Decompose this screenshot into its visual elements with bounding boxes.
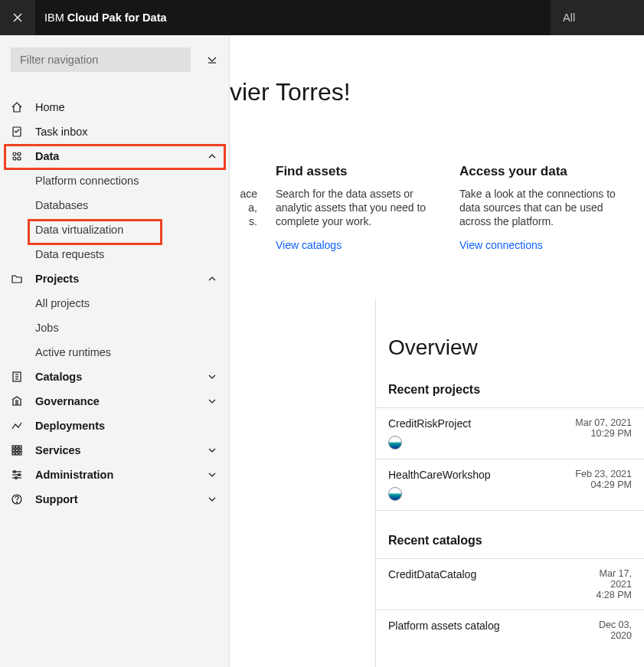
nav-governance-label: Governance [35,395,206,407]
project-date: Mar 07, 2021 [575,417,632,428]
top-bar: IBM Cloud Pak for Data All [0,0,644,35]
chevron-down-icon [206,444,218,456]
catalog-date: Mar 17,2021 [596,568,632,590]
nav-projects[interactable]: Projects [0,266,229,291]
project-name: HealthCareWorkshop [388,469,491,481]
project-time: 10:29 PM [575,428,632,439]
project-date: Feb 23, 2021 [575,469,632,479]
nav-deployments[interactable]: Deployments [0,414,229,438]
project-row[interactable]: HealthCareWorkshop Feb 23, 2021 04:29 PM [376,459,644,511]
svg-rect-10 [12,446,15,448]
card-work-clipped: ace a, s. [230,164,276,252]
svg-point-4 [13,157,16,160]
nav-task-inbox[interactable]: Task inbox [0,119,229,144]
nav-active-runtimes[interactable]: Active runtimes [0,340,229,365]
catalog-name: CreditDataCatalog [388,568,476,580]
nav-data-virtualization[interactable]: Data virtualization [0,217,229,242]
card-find-assets: Find assets Search for the data assets o… [276,164,459,252]
svg-point-3 [18,152,21,155]
catalog-time: 4:28 PM [596,590,632,600]
card-work-title [230,164,257,179]
nav-data[interactable]: Data [0,144,229,168]
governance-icon [11,395,35,407]
chevron-down-icon [206,395,218,407]
page-greeting: vier Torres! [230,78,351,106]
catalog-name: Platform assets catalog [388,620,500,632]
quick-start-cards: ace a, s. Find assets Search for the dat… [230,164,644,252]
nav-support[interactable]: Support [0,487,229,512]
close-icon [11,11,24,24]
brand-prefix: IBM [44,11,67,24]
deployments-icon [11,420,35,432]
catalog-date: Dec 03,2020 [599,620,632,641]
svg-rect-11 [16,446,18,448]
svg-rect-16 [12,453,15,455]
data-icon [11,150,35,162]
nav-projects-label: Projects [35,273,206,285]
view-catalogs-link[interactable]: View catalogs [276,239,342,251]
card-access-title: Access your data [459,164,625,179]
nav-jobs[interactable]: Jobs [0,316,229,340]
chevron-down-icon [206,469,218,481]
card-access-desc: Take a look at the connections to data s… [459,187,625,229]
nav-governance[interactable]: Governance [0,389,229,414]
chevron-down-icon [206,493,218,505]
nav-task-inbox-label: Task inbox [35,126,218,138]
nav-all-projects[interactable]: All projects [0,291,229,316]
sidebar: Home Task inbox Data Platform connection… [0,35,230,667]
svg-point-5 [18,157,21,160]
overview-title: Overview [376,299,644,360]
nav-administration[interactable]: Administration [0,463,229,487]
nav-home-label: Home [35,101,218,113]
filter-navigation-input[interactable] [11,47,191,72]
chevron-up-icon [206,150,218,162]
view-connections-link[interactable]: View connections [459,239,543,251]
nav-home[interactable]: Home [0,95,229,119]
catalog-row[interactable]: CreditDataCatalog Mar 17,2021 4:28 PM [376,559,644,610]
project-name: CreditRiskProject [388,417,471,430]
recent-catalogs-header: Recent catalogs [376,511,644,559]
svg-rect-17 [16,453,18,455]
services-icon [11,444,35,456]
nav-services-label: Services [35,444,206,456]
nav-data-requests[interactable]: Data requests [0,242,229,266]
svg-rect-14 [16,450,18,452]
nav-catalogs[interactable]: Catalogs [0,365,229,389]
nav-support-label: Support [35,493,206,505]
card-access-data: Access your data Take a look at the conn… [459,164,643,252]
card-find-desc: Search for the data assets or analytic a… [276,187,441,229]
nav-services[interactable]: Services [0,438,229,463]
catalog-row[interactable]: Platform assets catalog Dec 03,2020 [376,610,644,650]
chevron-down-icon [206,371,218,383]
chevron-up-icon [206,273,218,285]
projects-icon [11,273,35,285]
avatar-icon [388,436,402,450]
svg-rect-15 [19,450,21,452]
brand-product: Cloud Pak for Data [67,11,167,24]
search-scope-all[interactable]: All [551,0,644,35]
nav-administration-label: Administration [35,469,206,481]
support-icon [11,493,35,505]
administration-icon [11,469,35,481]
project-time: 04:29 PM [575,479,632,490]
nav-platform-connections[interactable]: Platform connections [0,168,229,193]
filter-row [0,35,229,84]
recent-projects-header: Recent projects [376,360,644,408]
avatar-icon [388,487,402,501]
svg-rect-12 [19,446,21,448]
nav-deployments-label: Deployments [35,420,218,432]
home-icon [11,101,35,113]
svg-point-2 [13,152,16,155]
nav: Home Task inbox Data Platform connection… [0,95,229,512]
svg-rect-13 [12,450,15,452]
collapse-all-icon[interactable] [206,54,218,66]
close-sidebar-button[interactable] [0,0,35,35]
nav-data-label: Data [35,150,206,162]
card-find-title: Find assets [276,164,441,179]
task-inbox-icon [11,126,35,138]
nav-databases[interactable]: Databases [0,193,229,217]
card-work-desc: ace a, s. [230,187,257,229]
overview-panel: Overview Recent projects CreditRiskProje… [375,299,644,667]
project-row[interactable]: CreditRiskProject Mar 07, 2021 10:29 PM [376,408,644,459]
brand-title: IBM Cloud Pak for Data [35,11,167,24]
